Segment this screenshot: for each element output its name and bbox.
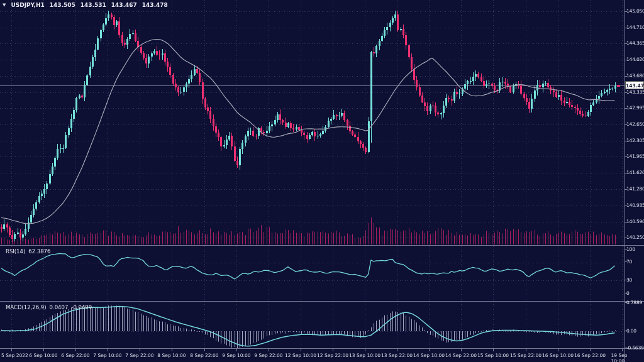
trading-chart-window: ▼ USDJPY,H1 143.505 143.531 143.467 143.… <box>0 0 644 362</box>
time-axis-label: 19 Sep 10:00 <box>611 353 633 362</box>
rsi-axis-label: 100 <box>626 246 635 252</box>
time-axis-label: 7 Sep 10:00 <box>93 353 121 358</box>
chart-title: ▼ USDJPY,H1 143.505 143.531 143.467 143.… <box>3 2 168 8</box>
time-axis-label: 14 Sep 10:00 <box>413 353 445 358</box>
price-axis-label: 142.995 <box>626 105 644 111</box>
ohlc-high: 143.531 <box>80 2 106 8</box>
macd-axis-label: -0.5639 <box>626 345 644 351</box>
price-axis-label: 144.710 <box>626 25 644 30</box>
time-axis-label: 12 Sep 22:00 <box>317 353 348 358</box>
time-axis-label: 16 Sep 22:00 <box>574 353 606 358</box>
rsi-axis-label: 70 <box>626 259 632 265</box>
ohlc-close: 143.478 <box>142 2 168 8</box>
rsi-value: 62.3876 <box>28 248 50 255</box>
price-axis-label: 145.050 <box>626 8 644 14</box>
time-axis-label: 9 Sep 10:00 <box>222 353 250 358</box>
time-axis-label: 15 Sep 10:00 <box>477 353 509 358</box>
rsi-axis-label: 30 <box>626 277 632 283</box>
price-axis-label: 142.305 <box>626 138 644 143</box>
price-axis-label: 144.020 <box>626 57 644 62</box>
time-axis-label: 5 Sep 2022 <box>1 353 28 358</box>
time-axis-label: 15 Sep 22:00 <box>510 353 541 358</box>
macd-signal-value: -0.0499 <box>71 304 92 310</box>
price-axis-label: 141.620 <box>626 170 644 175</box>
time-axis-label: 14 Sep 22:00 <box>445 353 477 358</box>
price-axis-label: 141.965 <box>626 153 644 159</box>
ohlc-low: 143.467 <box>111 2 137 8</box>
rsi-indicator-label: RSI(14) 62.3876 <box>6 248 50 255</box>
time-axis-label: 7 Sep 22:00 <box>125 353 153 358</box>
price-axis-label: 144.365 <box>626 40 644 46</box>
symbol-period-label: USDJPY,H1 <box>11 2 44 8</box>
time-axis-label: 13 Sep 22:00 <box>381 353 413 358</box>
time-axis-label: 13 Sep 10:00 <box>349 353 380 358</box>
current-price-tag: 143.478 <box>625 81 644 89</box>
price-axis-label: 140.590 <box>626 219 644 224</box>
macd-axis-label: 0.7889 <box>626 300 642 305</box>
price-chart-canvas[interactable] <box>0 0 644 362</box>
macd-name: MACD(12,26,9) <box>6 304 47 310</box>
macd-main-value: 0.0407 <box>50 304 69 310</box>
rsi-name: RSI(14) <box>6 248 25 255</box>
price-axis-label: 143.680 <box>626 73 644 79</box>
time-axis-label: 16 Sep 10:00 <box>542 353 574 358</box>
ohlc-open: 143.505 <box>50 2 75 8</box>
rsi-axis-label: 0 <box>626 290 630 296</box>
time-axis-label: 6 Sep 22:00 <box>61 353 89 358</box>
price-axis-label: 140.250 <box>626 234 644 240</box>
time-axis-label: 8 Sep 22:00 <box>190 353 218 358</box>
price-axis-label: 141.280 <box>626 186 644 192</box>
price-axis-label: 142.650 <box>626 121 644 127</box>
time-axis-label: 8 Sep 10:00 <box>157 353 186 358</box>
time-axis-label: 12 Sep 10:00 <box>285 353 316 358</box>
time-axis-label: 6 Sep 10:00 <box>29 353 57 358</box>
macd-indicator-label: MACD(12,26,9) 0.0407 -0.0499 <box>6 304 92 310</box>
time-axis-label: 9 Sep 22:00 <box>254 353 282 358</box>
price-axis-label: 140.935 <box>626 202 644 208</box>
collapse-indicator-icon[interactable]: ▼ <box>3 3 6 8</box>
macd-axis-label: 0.00 <box>626 328 636 334</box>
